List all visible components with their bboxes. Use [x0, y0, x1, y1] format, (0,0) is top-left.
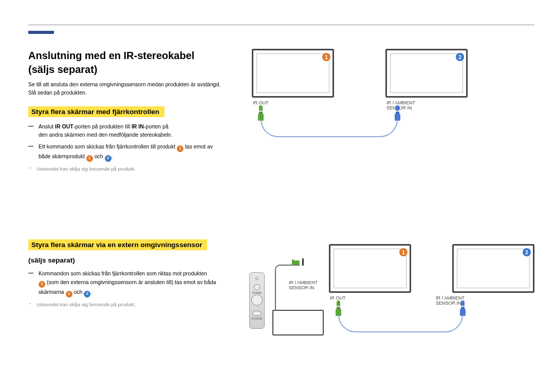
section2-bullet: ― Kommandon som skickas från fjärrkontro…: [28, 269, 249, 297]
label-ir-out: IR OUT: [253, 100, 269, 105]
screen1b-badge: 1: [399, 248, 408, 256]
bullet-marker: ―: [28, 122, 39, 140]
remote-dot: [255, 277, 258, 280]
jack-green-icon-b: [336, 301, 341, 316]
screen-2: [385, 49, 468, 98]
t: Kommandon som skickas från fjärrkontroll…: [39, 270, 207, 276]
jack-blue-icon: [395, 105, 400, 121]
section2-bullets: ― Kommandon som skickas från fjärrkontro…: [28, 269, 249, 308]
label-ir-out-b: IR OUT: [330, 295, 346, 301]
circle-1-icon: 1: [66, 291, 72, 297]
header-accent-bar: [28, 31, 54, 34]
screen2-badge: 2: [456, 53, 464, 61]
remote-dpad: [251, 294, 263, 306]
circle-1-icon: 1: [39, 281, 45, 288]
remote-control: POWER SOURCE: [249, 272, 265, 329]
t: IR / AMBIENT: [386, 100, 415, 105]
bullet-text: Ett kommando som skickas från fjärrkontr…: [39, 142, 249, 162]
label-ir-ambient: IR / AMBIENTSENSOR IN: [386, 100, 415, 110]
t: IR OUT: [55, 123, 73, 129]
t: Anslut: [39, 123, 55, 129]
header-divider: [28, 25, 534, 25]
t: och: [72, 289, 84, 295]
label-ir-ambient-left: IR / AMBIENTSENSOR IN: [289, 280, 318, 290]
plug-stop: [302, 258, 304, 266]
section1-bullets: ― Anslut IR OUT-porten på produkten till…: [28, 122, 249, 173]
t: -porten på: [144, 123, 169, 129]
t: Ett kommando som skickas från fjärrkontr…: [39, 143, 177, 150]
t: .: [112, 153, 113, 159]
section1-note: " Utseendet kan skilja sig beroende på p…: [29, 165, 249, 173]
t: skärmarna: [39, 289, 66, 295]
intro-line1: Se till att ansluta den externa omgivnin…: [28, 81, 220, 87]
jack-blue-icon-b: [460, 301, 466, 316]
screen-1: [252, 49, 334, 98]
t: -porten på produkten till: [73, 123, 132, 129]
jack-green-icon: [258, 105, 264, 121]
section1-title: Styra flera skärmar med fjärrkontrollen: [28, 106, 164, 117]
remote-source-label: SOURCE: [251, 317, 262, 320]
t: tas emot av: [183, 143, 213, 150]
section1-bullet1: ― Anslut IR OUT-porten på produkten till…: [28, 122, 249, 140]
intro-text: Se till att ansluta den externa omgivnin…: [28, 81, 249, 97]
section2-title: Styra flera skärmar via en extern omgivn…: [28, 239, 207, 250]
t: den andra skärmen med den medföljande st…: [39, 132, 172, 138]
note-icon: ": [29, 301, 36, 308]
t: IR / AMBIENT: [289, 280, 318, 285]
t: (som den externa omgivningssensorn är an…: [45, 279, 216, 285]
note-icon: ": [29, 165, 36, 173]
intro-line2: Slå sedan på produkten.: [28, 89, 87, 96]
note-text: Utseendet kan skilja sig beroende på pro…: [36, 301, 136, 308]
title-line1: Anslutning med en IR-stereokabel: [28, 50, 194, 61]
sensor-box: [272, 310, 324, 335]
screen-1b: [329, 244, 411, 293]
remote-source-btn: [253, 311, 261, 316]
t: SENSOR IN: [436, 301, 461, 306]
circle-2-icon: 2: [105, 155, 112, 162]
diagram-1: 1 IR OUT 2 IR / AMBIENTSENSOR IN: [252, 49, 540, 152]
note-text: Utseendet kan skilja sig beroende på pro…: [36, 165, 136, 173]
bullet-text: Anslut IR OUT-porten på produkten till I…: [39, 122, 249, 140]
bullet-marker: ―: [28, 269, 39, 297]
t: både skärmprodukt: [39, 153, 86, 159]
section2-note: " Utseendet kan skilja sig beroende på p…: [29, 301, 249, 308]
t: IR IN: [132, 123, 144, 129]
circle-1-icon: 1: [86, 155, 93, 162]
screen1-badge: 1: [322, 53, 330, 61]
title-line2: (säljs separat): [28, 64, 98, 75]
bullet-marker: ―: [28, 142, 39, 162]
circle-1-icon: 1: [177, 145, 183, 152]
screen-2b: [452, 244, 534, 293]
remote-power-btn: [254, 284, 260, 290]
bullet-text: Kommandon som skickas från fjärrkontroll…: [39, 269, 249, 297]
t: och: [93, 153, 105, 159]
section1-bullet2: ― Ett kommando som skickas från fjärrkon…: [28, 142, 249, 162]
diagram-2: POWER SOURCE 1 IR / AMBIENTSENSOR IN IR …: [236, 244, 545, 357]
t: .: [90, 289, 92, 295]
t: SENSOR IN: [289, 285, 314, 290]
plug-icon: [292, 259, 300, 266]
cable-b: [338, 315, 463, 332]
cable: [261, 120, 398, 137]
screen2b-badge: 2: [523, 248, 531, 256]
circle-2-icon: 2: [84, 291, 90, 297]
t: IR / AMBIENT: [436, 295, 465, 301]
